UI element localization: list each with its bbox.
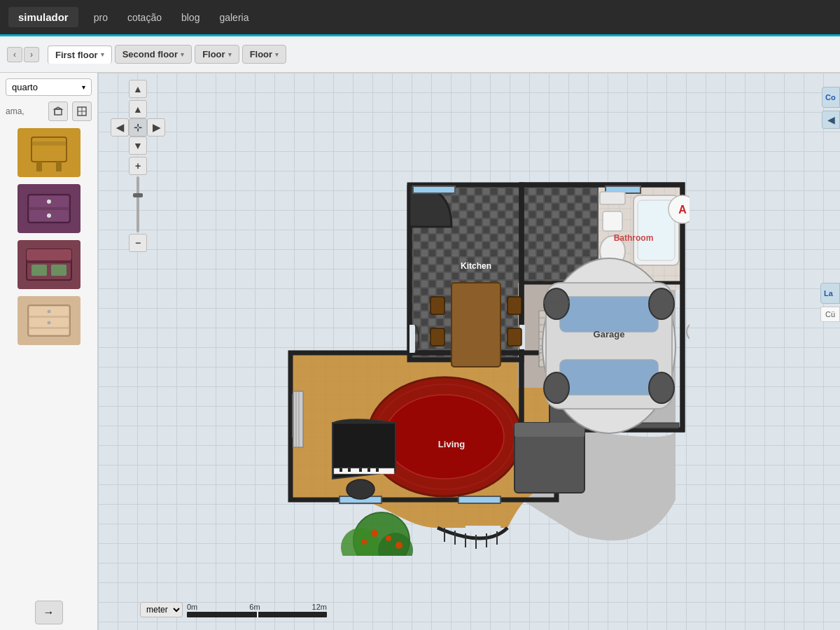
svg-rect-58 [410,325,415,353]
svg-point-25 [47,321,50,325]
svg-point-105 [386,536,391,541]
floor3-dropdown-icon[interactable]: ▾ [228,51,232,58]
pan-down-button[interactable]: ▼ [129,136,147,155]
nav-galeria[interactable]: galeria [209,8,258,27]
right-panel-top[interactable]: Co [822,87,840,108]
svg-point-115 [544,372,569,403]
kitchen-label: Kitchen [461,261,491,271]
nav-pro[interactable]: pro [84,8,118,27]
2d-view-button[interactable] [72,102,92,121]
svg-rect-90 [334,468,394,474]
pan-right-button[interactable]: ▶ [147,118,165,136]
svg-rect-94 [368,468,370,472]
svg-point-106 [361,539,367,545]
right-panel-bottom[interactable]: La [820,283,840,304]
furniture-cabinet[interactable] [6,296,92,345]
svg-rect-77 [507,297,522,314]
left-sidebar: quarto ▾ ama, [0,73,98,630]
bed-icon [21,244,77,286]
2d-icon [76,106,88,117]
scale-labels: 0m 6m 12m [187,603,327,611]
tab-floor-3[interactable]: Floor ▾ [195,45,239,64]
right-panels: Co ◀ La Cü [818,73,840,84]
unit-selector[interactable]: meter [140,602,183,617]
right-panel-arrow[interactable]: ◀ [822,111,840,129]
svg-rect-79 [293,391,303,447]
second-floor-dropdown-icon[interactable]: ▾ [181,51,184,58]
svg-point-117 [687,322,690,342]
3d-view-button[interactable] [48,102,68,121]
svg-rect-76 [430,328,444,346]
nav-blog[interactable]: blog [172,8,209,27]
nav-back-button[interactable]: ‹ [7,47,22,62]
brand-logo: simulador [8,7,78,27]
floor4-dropdown-icon[interactable]: ▾ [275,51,279,58]
right-panel-bottom-sub: Cü [820,307,840,322]
svg-rect-57 [465,526,500,531]
zoom-out-button[interactable]: − [129,234,147,252]
top-navigation: simulador pro cotação blog galeria [0,0,840,36]
svg-rect-6 [31,137,66,162]
svg-rect-0 [55,109,62,115]
svg-point-14 [47,214,51,218]
pan-up-button[interactable]: ▲ [129,80,147,98]
scale-bar-visual [187,612,327,617]
floor-tabs-bar: ‹ › First floor ▾ Second floor ▾ Floor ▾… [0,36,840,73]
scale-bar-midpoint [257,612,258,617]
canvas-area[interactable]: ▲ ▲ ◀ ⊹ ▶ ▼ + − [98,73,840,630]
view-label: ama, [6,106,44,116]
scale-12m: 12m [312,603,327,611]
nav-forward-button[interactable]: › [24,47,39,62]
svg-marker-1 [55,107,62,109]
svg-rect-92 [348,468,351,472]
furniture-bed[interactable] [6,240,92,289]
pan-cross: ▲ ◀ ⊹ ▶ ▼ [111,100,165,155]
hallway-label: Hallway [543,297,570,305]
svg-point-116 [649,372,674,403]
room-type-dropdown[interactable]: quarto ▾ [6,78,92,96]
first-floor-dropdown-icon[interactable]: ▾ [101,51,104,58]
pan-center: ⊹ [129,118,147,136]
svg-rect-7 [36,162,42,172]
svg-rect-8 [56,162,62,172]
nav-cotacao[interactable]: cotação [118,8,172,27]
svg-rect-9 [32,141,66,146]
svg-rect-95 [376,468,379,472]
room-dropdown-arrow: ▾ [82,83,85,91]
svg-rect-19 [27,260,71,263]
svg-rect-85 [600,192,625,204]
zoom-track[interactable] [136,176,139,232]
sidebar-next-button[interactable]: → [35,601,63,624]
svg-rect-18 [51,265,66,276]
furniture-dresser[interactable] [6,184,92,233]
tab-second-floor[interactable]: Second floor ▾ [115,45,192,64]
svg-rect-99 [514,423,584,437]
svg-rect-17 [31,265,47,276]
svg-point-13 [47,200,51,204]
svg-rect-74 [451,283,500,367]
floor-plan-svg[interactable]: ✳ A Kitchen Bathroom Hallway Living Gara… [144,80,690,556]
garage-label: Garage [594,329,625,340]
svg-point-96 [346,479,374,499]
svg-rect-23 [29,329,69,335]
pan-left-button[interactable]: ◀ [111,118,129,136]
view-mode-icons: ama, [6,102,92,121]
svg-rect-112 [560,360,658,395]
side-table-icon [21,132,77,174]
svg-rect-64 [413,186,455,193]
tab-floor-4[interactable]: Floor ▾ [242,45,287,64]
scale-bar: meter 0m 6m 12m [140,602,327,617]
tab-first-floor[interactable]: First floor ▾ [48,46,112,64]
3d-icon [52,106,64,117]
zoom-handle[interactable] [133,193,143,197]
pan-up-btn2[interactable]: ▲ [129,100,147,118]
scale-6m: 6m [249,603,260,611]
svg-point-24 [47,310,50,314]
svg-point-114 [649,288,674,319]
zoom-in-button[interactable]: + [129,157,147,175]
svg-point-107 [396,542,402,549]
svg-rect-63 [458,496,500,503]
svg-rect-78 [507,328,522,346]
furniture-side-table[interactable] [6,128,92,177]
bathroom-label: Bathroom [614,233,654,243]
